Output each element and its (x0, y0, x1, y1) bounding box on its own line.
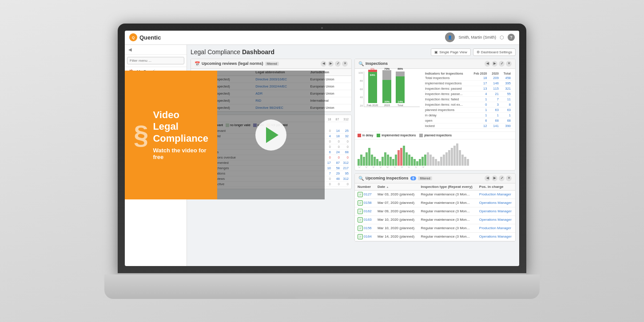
stat-v2: 7 (489, 96, 500, 102)
panel-action-4[interactable]: ✕ (342, 61, 348, 67)
help-icon[interactable]: ? (508, 34, 515, 41)
cell-pos: Operations Manager (477, 207, 515, 215)
insp-link[interactable]: 0163 (364, 218, 372, 222)
inspections-panel: 🔍 Inspections ◀ ▶ ⤢ ✕ (354, 59, 516, 171)
mini-bar (443, 155, 445, 166)
mini-bar (416, 161, 418, 166)
action-4[interactable]: ✕ (506, 61, 512, 67)
stats-col-feb: Feb 2020 (470, 72, 489, 76)
mini-chart-labels: 11/0223/0226/0229/0203/0315/0318/0324/03… (358, 167, 513, 169)
insp-link[interactable]: 0127 (364, 192, 372, 196)
panel-action-2[interactable]: ▶ (328, 61, 334, 67)
cell-num: ✓ 0158 (355, 199, 375, 207)
mini-bar (390, 157, 392, 166)
video-title-line1: Video (153, 109, 179, 120)
top-bar: Q Quentic 👤 Smith, Martin (Smith) ⬡ ? (125, 31, 519, 45)
dashboard-settings-button[interactable]: ⚙ Dashboard Settings (473, 48, 516, 56)
panel-title: Upcoming Inspections (366, 176, 409, 180)
cell-pos: Production Manager (477, 190, 515, 199)
insp-link[interactable]: 0164 (364, 235, 372, 239)
stat-v2: 68 (489, 118, 500, 123)
table-row[interactable]: ✓ 0164 Mar 14, 2020 (planned) Regular ma… (355, 232, 515, 241)
mini-bar (411, 157, 413, 166)
cell-type: Regular maintenance (3 Mon... (418, 199, 477, 207)
pos-link[interactable]: Operations Manager (479, 209, 512, 213)
count-badge: 6 (410, 176, 417, 180)
table-row[interactable]: ✓ 0156 Mar 10, 2020 (planned) Regular ma… (355, 224, 515, 232)
pos-link[interactable]: Operations Manager (479, 235, 512, 239)
insp-link[interactable]: 0162 (364, 209, 372, 213)
table-row[interactable]: ✓ 0163 Mar 10, 2020 (planned) Regular ma… (355, 215, 515, 224)
pos-link[interactable]: Production Manager (479, 226, 511, 230)
cell-type: Regular maintenance (3 Mon... (418, 232, 477, 241)
mini-chart-label: 24/03 (407, 167, 414, 168)
play-button[interactable] (255, 119, 286, 151)
mini-bar (400, 148, 402, 166)
action-a3[interactable]: ⤢ (499, 175, 505, 181)
row-num-0: 7 (325, 171, 331, 175)
mini-chart-bars (358, 141, 513, 166)
panel-action-3[interactable]: ⤢ (335, 61, 341, 67)
pos-link[interactable]: Production Manager (479, 192, 511, 196)
video-text: Video Legal Compliance Watch the video f… (153, 109, 208, 160)
sidebar-search-input[interactable] (127, 57, 184, 64)
stats-row: implemented inspections 17 146 395 (423, 80, 513, 86)
stat-v1: 1 (470, 107, 489, 112)
mini-bar (358, 159, 360, 166)
mini-chart-label: 27/03 (414, 167, 421, 168)
cell-date: Mar 07, 2020 (planned) (375, 199, 418, 207)
stat-v1: 6 (470, 118, 489, 123)
cell-pos: Operations Manager (477, 215, 515, 224)
row-num-0: 0 (325, 177, 331, 181)
stat-v2: 115 (489, 86, 500, 91)
cell-pos: Production Manager (477, 224, 515, 232)
video-play-area[interactable] (217, 71, 325, 199)
planned-dot (419, 134, 423, 137)
action-1[interactable]: ◀ (485, 61, 490, 67)
cell-type: Regular maintenance (3 Mon... (418, 190, 477, 199)
stat-v3: 8 (501, 102, 513, 107)
camera-dot (321, 27, 323, 29)
legend-delay: in delay (358, 134, 373, 137)
filtered-badge: filtered (265, 62, 279, 66)
table-row[interactable]: ✓ 0127 Mar 03, 2020 (planned) Regular ma… (355, 190, 515, 199)
mini-bar (421, 157, 424, 166)
logout-icon[interactable]: ⬡ (500, 35, 504, 40)
stat-label: open (423, 118, 470, 123)
pos-link[interactable]: Operations Manager (479, 218, 512, 222)
legend-implemented: implemented inspections (377, 134, 416, 137)
insp-link[interactable]: 0156 (364, 226, 372, 230)
stat-v1: 17 (470, 80, 489, 86)
laptop-screen: Q Quentic 👤 Smith, Martin (Smith) ⬡ ? ◀ (125, 31, 519, 266)
row-num-1: 0 (334, 139, 340, 143)
stat-v1: 1 (470, 112, 489, 118)
stat-v1: 0 (470, 102, 489, 107)
row-num-0: 0 (325, 129, 331, 133)
single-page-view-button[interactable]: ▣ Single Page View (431, 48, 471, 56)
y-40: 40 (358, 96, 363, 99)
mini-bar (360, 155, 362, 166)
right-column: 🔍 Inspections ◀ ▶ ⤢ ✕ (354, 59, 516, 242)
video-title: Video Legal Compliance (153, 109, 208, 144)
bars-container: 6% 94% Feb 2020 (364, 72, 420, 107)
pos-link[interactable]: Operations Manager (479, 201, 512, 205)
table-row[interactable]: ✓ 0162 Mar 09, 2020 (planned) Regular ma… (355, 207, 515, 215)
action-3[interactable]: ⤢ (499, 61, 505, 67)
action-a2[interactable]: ▶ (492, 175, 497, 181)
stats-row: Inspection items: not ex... 0 3 8 (423, 102, 513, 107)
logo-text: Quentic (139, 34, 161, 41)
action-2[interactable]: ▶ (492, 61, 497, 67)
calendar-icon: 📅 (195, 61, 200, 66)
table-row[interactable]: ✓ 0158 Mar 07, 2020 (planned) Regular ma… (355, 199, 515, 207)
insp-link[interactable]: 0158 (364, 201, 372, 205)
panel-action-1[interactable]: ◀ (321, 61, 326, 67)
play-triangle-icon (266, 127, 278, 143)
row-num-0: 0 (325, 182, 331, 186)
back-button[interactable]: ◀ (125, 45, 187, 55)
action-a1[interactable]: ◀ (485, 175, 490, 181)
bar-feb2020: 6% 94% Feb 2020 (367, 68, 378, 107)
insp-icon: ✓ (358, 234, 363, 239)
row-num-1: 18 (334, 134, 340, 138)
cell-num: ✓ 0156 (355, 224, 375, 232)
action-a4[interactable]: ✕ (506, 175, 512, 181)
